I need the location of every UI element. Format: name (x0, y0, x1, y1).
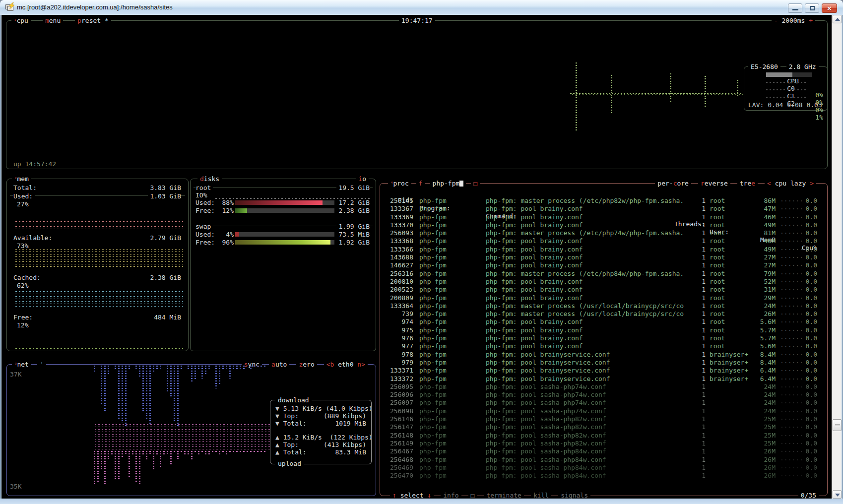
process-threads: 1 (689, 415, 706, 423)
process-row[interactable]: 133371 php-fpm php-fpm: pool brainyservi… (380, 367, 827, 375)
terminal-scrollbar[interactable] (832, 15, 842, 499)
window-bottom-border (0, 499, 843, 504)
net-auto-toggle[interactable]: auto (269, 361, 289, 369)
process-row[interactable]: 256095 php-fpm php-fpm: pool sasha-php74… (380, 383, 827, 391)
process-row[interactable]: 200523 php-fpm php-fpm: pool brainy.conf… (380, 286, 827, 294)
process-row[interactable]: 143688 php-fpm php-fpm: pool brainy.conf… (380, 253, 827, 261)
process-row[interactable]: 256147 php-fpm php-fpm: pool sasha-php82… (380, 423, 827, 431)
upload-arrow-icon: ▲ (275, 441, 279, 448)
process-program: php-fpm (419, 278, 480, 286)
net-zero-toggle[interactable]: zero (296, 361, 317, 369)
process-row[interactable]: 739 php-fpm php-fpm: master process (/us… (380, 310, 827, 318)
toggle-reverse[interactable]: reverse (698, 180, 730, 188)
process-row[interactable]: 256468 php-fpm php-fpm: pool sasha-php84… (380, 456, 827, 464)
process-row[interactable]: 256098 php-fpm php-fpm: pool sasha-php74… (380, 407, 827, 415)
mem-used-graph (14, 217, 183, 220)
process-row[interactable]: 256145 php-fpm php-fpm: master process (… (380, 197, 827, 205)
process-user: root (710, 253, 754, 261)
disk-root-used-pct: 88% (215, 199, 234, 207)
scroll-up-button[interactable] (833, 15, 842, 23)
process-row[interactable]: 133364 php-fpm php-fpm: master process (… (380, 302, 827, 310)
process-row[interactable]: 975 php-fpm php-fpm: pool brainy.conf 1 … (380, 326, 827, 334)
process-pid: 739 (380, 310, 413, 318)
process-row[interactable]: 133370 php-fpm php-fpm: pool brainy.conf… (380, 221, 827, 229)
process-program: php-fpm (419, 334, 480, 342)
process-row[interactable]: 200810 php-fpm php-fpm: pool brainy.conf… (380, 278, 827, 286)
process-user: brainyser+ (710, 351, 754, 359)
process-cpu-graph: ······· (780, 456, 804, 464)
process-row[interactable]: 133367 php-fpm php-fpm: pool brainy.conf… (380, 205, 827, 213)
net-interface-selector[interactable]: <b eth0 n> (324, 361, 368, 369)
process-pid: 256469 (380, 464, 413, 472)
process-mem: 25M (754, 440, 776, 447)
tab-mem[interactable]: ²mem (12, 175, 31, 183)
process-cpu: 0.0 (804, 432, 827, 440)
scroll-down-button[interactable] (833, 490, 842, 499)
process-row[interactable]: 133372 php-fpm php-fpm: pool brainyservi… (380, 375, 827, 383)
tab-proc[interactable]: ⁴proc (388, 180, 411, 188)
process-row[interactable]: 974 php-fpm php-fpm: pool brainy.conf 1 … (380, 318, 827, 326)
process-mem: 6.4M (754, 367, 776, 375)
process-cpu: 0.0 (804, 253, 827, 261)
process-row[interactable]: 256470 php-fpm php-fpm: pool sasha-php84… (380, 472, 827, 480)
process-pid: 256470 (380, 472, 413, 480)
process-row[interactable]: 256149 php-fpm php-fpm: pool sasha-php82… (380, 440, 827, 447)
text-cursor (459, 181, 463, 187)
net-upload-graph-dense (94, 423, 270, 451)
filter-key[interactable]: f (416, 180, 425, 188)
disks-io-toggle[interactable]: io (356, 175, 369, 183)
disk-root-free-bar (235, 208, 334, 213)
disk-swap-size: 1.99 GiB (336, 223, 370, 231)
process-row[interactable]: 133369 php-fpm php-fpm: pool brainy.conf… (380, 213, 827, 221)
process-row[interactable]: 256146 php-fpm php-fpm: pool sasha-php82… (380, 415, 827, 423)
process-row[interactable]: 133366 php-fpm php-fpm: pool brainy.conf… (380, 246, 827, 253)
process-threads: 1 (689, 213, 706, 221)
process-cpu: 0.0 (804, 237, 827, 245)
menu-button[interactable]: menu (43, 17, 63, 25)
process-row[interactable]: 200809 php-fpm php-fpm: pool brainy.conf… (380, 294, 827, 302)
process-user (710, 456, 754, 464)
process-row[interactable]: 256148 php-fpm php-fpm: pool sasha-php82… (380, 432, 827, 440)
mem-available-graph (14, 245, 183, 248)
tab-disks[interactable]: disks (197, 175, 222, 183)
process-mem: 86M (754, 197, 776, 205)
filter-clear-box[interactable]: □ (471, 180, 480, 188)
process-row[interactable]: 256316 php-fpm php-fpm: master process (… (380, 270, 827, 278)
mem-cached-label: Cached: (13, 274, 41, 282)
disk-swap-used-value: 73.5 MiB (338, 231, 370, 239)
process-row[interactable]: 133368 php-fpm php-fpm: pool brainy.conf… (380, 237, 827, 245)
process-row[interactable]: 256093 php-fpm php-fpm: master process (… (380, 229, 827, 237)
toggle-tree[interactable]: tree (737, 180, 758, 188)
process-user (710, 440, 754, 447)
process-row[interactable]: 256467 php-fpm php-fpm: pool sasha-php84… (380, 447, 827, 455)
tab-cpu[interactable]: ¹cpu (11, 17, 31, 25)
process-row[interactable]: 979 php-fpm php-fpm: pool brainyservice.… (380, 359, 827, 367)
process-command: php-fpm: pool brainyservice.conf (486, 359, 689, 367)
process-row[interactable]: 256469 php-fpm php-fpm: pool sasha-php84… (380, 464, 827, 472)
process-row[interactable]: 978 php-fpm php-fpm: pool brainyservice.… (380, 351, 827, 359)
sort-selector[interactable]: < cpu lazy > (765, 180, 816, 188)
core1-graph (766, 89, 806, 90)
interval-minus-button[interactable]: - (774, 17, 778, 24)
scrollbar-thumb[interactable] (833, 419, 842, 431)
process-row[interactable]: 256097 php-fpm php-fpm: pool sasha-php74… (380, 399, 827, 407)
process-cpu: 0.0 (804, 456, 827, 464)
process-row[interactable]: 977 php-fpm php-fpm: pool brainy.conf 1 … (380, 342, 827, 350)
cpu-freq-label: 2.8 GHz (786, 63, 819, 71)
mem-available-graph-dense (14, 248, 183, 267)
mem-total-label: Total: (13, 184, 37, 192)
process-user (710, 399, 754, 407)
mem-free-value: 484 MiB (154, 314, 181, 321)
filter-input[interactable]: php-fpm (430, 180, 466, 188)
process-row[interactable]: 256096 php-fpm php-fpm: pool sasha-php74… (380, 391, 827, 399)
process-row[interactable]: 146627 php-fpm php-fpm: pool brainy.conf… (380, 261, 827, 269)
tab-net[interactable]: ³net (12, 361, 31, 369)
interval-plus-button[interactable]: + (809, 17, 813, 24)
mem-used-graph-dense (14, 220, 183, 229)
toggle-per-core[interactable]: per-core (655, 180, 691, 188)
process-mem: 24M (754, 302, 776, 310)
process-row[interactable]: 976 php-fpm php-fpm: pool brainy.conf 1 … (380, 334, 827, 342)
process-mem: 27M (754, 253, 776, 261)
preset-button[interactable]: preset * (75, 17, 111, 25)
process-program: php-fpm (419, 318, 480, 326)
